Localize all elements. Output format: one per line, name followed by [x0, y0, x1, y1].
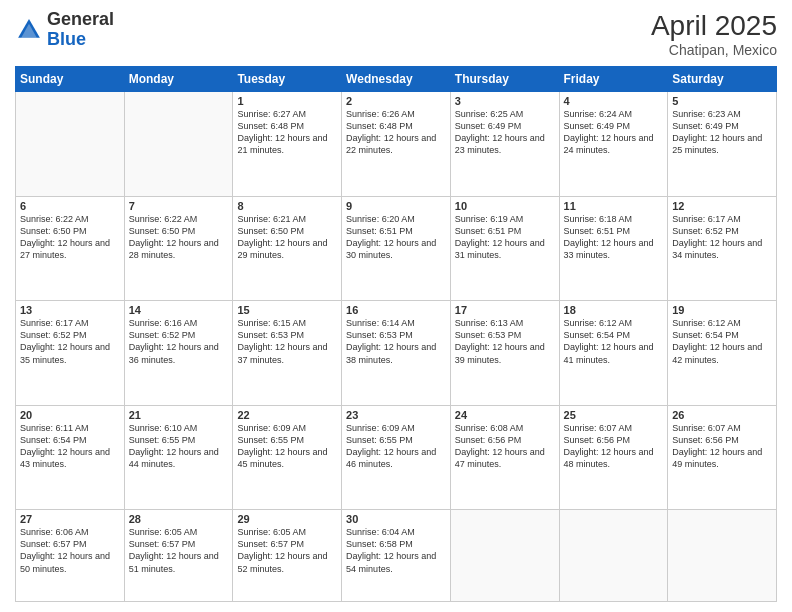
day-info: Sunrise: 6:14 AM Sunset: 6:53 PM Dayligh… [346, 317, 446, 366]
day-info: Sunrise: 6:20 AM Sunset: 6:51 PM Dayligh… [346, 213, 446, 262]
logo-icon [15, 16, 43, 44]
day-number: 11 [564, 200, 664, 212]
calendar-cell [16, 92, 125, 197]
week-row-2: 13Sunrise: 6:17 AM Sunset: 6:52 PM Dayli… [16, 301, 777, 406]
day-info: Sunrise: 6:21 AM Sunset: 6:50 PM Dayligh… [237, 213, 337, 262]
calendar-cell: 19Sunrise: 6:12 AM Sunset: 6:54 PM Dayli… [668, 301, 777, 406]
day-info: Sunrise: 6:07 AM Sunset: 6:56 PM Dayligh… [672, 422, 772, 471]
day-info: Sunrise: 6:17 AM Sunset: 6:52 PM Dayligh… [20, 317, 120, 366]
day-info: Sunrise: 6:08 AM Sunset: 6:56 PM Dayligh… [455, 422, 555, 471]
calendar-cell: 25Sunrise: 6:07 AM Sunset: 6:56 PM Dayli… [559, 405, 668, 510]
title-block: April 2025 Chatipan, Mexico [651, 10, 777, 58]
day-number: 26 [672, 409, 772, 421]
week-row-1: 6Sunrise: 6:22 AM Sunset: 6:50 PM Daylig… [16, 196, 777, 301]
calendar-cell: 10Sunrise: 6:19 AM Sunset: 6:51 PM Dayli… [450, 196, 559, 301]
day-info: Sunrise: 6:09 AM Sunset: 6:55 PM Dayligh… [346, 422, 446, 471]
calendar-cell [668, 510, 777, 602]
day-info: Sunrise: 6:22 AM Sunset: 6:50 PM Dayligh… [20, 213, 120, 262]
logo-general-text: General [47, 9, 114, 29]
calendar-cell: 24Sunrise: 6:08 AM Sunset: 6:56 PM Dayli… [450, 405, 559, 510]
logo-blue-text: Blue [47, 29, 86, 49]
calendar-cell: 7Sunrise: 6:22 AM Sunset: 6:50 PM Daylig… [124, 196, 233, 301]
weekday-header-tuesday: Tuesday [233, 67, 342, 92]
day-info: Sunrise: 6:06 AM Sunset: 6:57 PM Dayligh… [20, 526, 120, 575]
calendar-cell: 11Sunrise: 6:18 AM Sunset: 6:51 PM Dayli… [559, 196, 668, 301]
day-info: Sunrise: 6:07 AM Sunset: 6:56 PM Dayligh… [564, 422, 664, 471]
week-row-4: 27Sunrise: 6:06 AM Sunset: 6:57 PM Dayli… [16, 510, 777, 602]
day-info: Sunrise: 6:10 AM Sunset: 6:55 PM Dayligh… [129, 422, 229, 471]
calendar-cell: 13Sunrise: 6:17 AM Sunset: 6:52 PM Dayli… [16, 301, 125, 406]
day-number: 1 [237, 95, 337, 107]
calendar-cell: 12Sunrise: 6:17 AM Sunset: 6:52 PM Dayli… [668, 196, 777, 301]
day-number: 9 [346, 200, 446, 212]
calendar-cell [124, 92, 233, 197]
day-info: Sunrise: 6:27 AM Sunset: 6:48 PM Dayligh… [237, 108, 337, 157]
day-info: Sunrise: 6:24 AM Sunset: 6:49 PM Dayligh… [564, 108, 664, 157]
day-number: 23 [346, 409, 446, 421]
calendar-cell: 29Sunrise: 6:05 AM Sunset: 6:57 PM Dayli… [233, 510, 342, 602]
weekday-header-wednesday: Wednesday [342, 67, 451, 92]
day-info: Sunrise: 6:18 AM Sunset: 6:51 PM Dayligh… [564, 213, 664, 262]
day-number: 17 [455, 304, 555, 316]
day-info: Sunrise: 6:12 AM Sunset: 6:54 PM Dayligh… [564, 317, 664, 366]
day-number: 27 [20, 513, 120, 525]
logo-text: General Blue [47, 10, 114, 50]
day-number: 3 [455, 95, 555, 107]
calendar-cell: 22Sunrise: 6:09 AM Sunset: 6:55 PM Dayli… [233, 405, 342, 510]
day-info: Sunrise: 6:15 AM Sunset: 6:53 PM Dayligh… [237, 317, 337, 366]
day-number: 5 [672, 95, 772, 107]
calendar-cell: 18Sunrise: 6:12 AM Sunset: 6:54 PM Dayli… [559, 301, 668, 406]
calendar-cell [559, 510, 668, 602]
weekday-header-monday: Monday [124, 67, 233, 92]
calendar-cell: 5Sunrise: 6:23 AM Sunset: 6:49 PM Daylig… [668, 92, 777, 197]
calendar-cell: 9Sunrise: 6:20 AM Sunset: 6:51 PM Daylig… [342, 196, 451, 301]
calendar-cell: 3Sunrise: 6:25 AM Sunset: 6:49 PM Daylig… [450, 92, 559, 197]
month-title: April 2025 [651, 10, 777, 42]
week-row-3: 20Sunrise: 6:11 AM Sunset: 6:54 PM Dayli… [16, 405, 777, 510]
calendar-cell: 21Sunrise: 6:10 AM Sunset: 6:55 PM Dayli… [124, 405, 233, 510]
day-number: 14 [129, 304, 229, 316]
calendar-cell: 20Sunrise: 6:11 AM Sunset: 6:54 PM Dayli… [16, 405, 125, 510]
day-number: 30 [346, 513, 446, 525]
day-number: 20 [20, 409, 120, 421]
day-number: 8 [237, 200, 337, 212]
logo: General Blue [15, 10, 114, 50]
day-number: 21 [129, 409, 229, 421]
day-number: 18 [564, 304, 664, 316]
calendar-cell: 4Sunrise: 6:24 AM Sunset: 6:49 PM Daylig… [559, 92, 668, 197]
weekday-header-thursday: Thursday [450, 67, 559, 92]
day-info: Sunrise: 6:13 AM Sunset: 6:53 PM Dayligh… [455, 317, 555, 366]
page: General Blue April 2025 Chatipan, Mexico… [0, 0, 792, 612]
calendar-cell: 27Sunrise: 6:06 AM Sunset: 6:57 PM Dayli… [16, 510, 125, 602]
calendar-cell: 28Sunrise: 6:05 AM Sunset: 6:57 PM Dayli… [124, 510, 233, 602]
calendar-cell: 30Sunrise: 6:04 AM Sunset: 6:58 PM Dayli… [342, 510, 451, 602]
day-info: Sunrise: 6:04 AM Sunset: 6:58 PM Dayligh… [346, 526, 446, 575]
day-number: 15 [237, 304, 337, 316]
calendar-cell [450, 510, 559, 602]
day-info: Sunrise: 6:12 AM Sunset: 6:54 PM Dayligh… [672, 317, 772, 366]
day-number: 12 [672, 200, 772, 212]
calendar-cell: 15Sunrise: 6:15 AM Sunset: 6:53 PM Dayli… [233, 301, 342, 406]
day-info: Sunrise: 6:17 AM Sunset: 6:52 PM Dayligh… [672, 213, 772, 262]
weekday-header-sunday: Sunday [16, 67, 125, 92]
calendar-cell: 26Sunrise: 6:07 AM Sunset: 6:56 PM Dayli… [668, 405, 777, 510]
day-number: 7 [129, 200, 229, 212]
calendar-cell: 17Sunrise: 6:13 AM Sunset: 6:53 PM Dayli… [450, 301, 559, 406]
day-info: Sunrise: 6:05 AM Sunset: 6:57 PM Dayligh… [237, 526, 337, 575]
day-number: 25 [564, 409, 664, 421]
calendar-cell: 23Sunrise: 6:09 AM Sunset: 6:55 PM Dayli… [342, 405, 451, 510]
header: General Blue April 2025 Chatipan, Mexico [15, 10, 777, 58]
day-info: Sunrise: 6:11 AM Sunset: 6:54 PM Dayligh… [20, 422, 120, 471]
weekday-header-saturday: Saturday [668, 67, 777, 92]
location: Chatipan, Mexico [651, 42, 777, 58]
day-number: 16 [346, 304, 446, 316]
day-info: Sunrise: 6:26 AM Sunset: 6:48 PM Dayligh… [346, 108, 446, 157]
day-number: 6 [20, 200, 120, 212]
day-number: 13 [20, 304, 120, 316]
day-info: Sunrise: 6:19 AM Sunset: 6:51 PM Dayligh… [455, 213, 555, 262]
calendar-cell: 14Sunrise: 6:16 AM Sunset: 6:52 PM Dayli… [124, 301, 233, 406]
day-info: Sunrise: 6:16 AM Sunset: 6:52 PM Dayligh… [129, 317, 229, 366]
day-number: 24 [455, 409, 555, 421]
weekday-header-friday: Friday [559, 67, 668, 92]
day-info: Sunrise: 6:22 AM Sunset: 6:50 PM Dayligh… [129, 213, 229, 262]
